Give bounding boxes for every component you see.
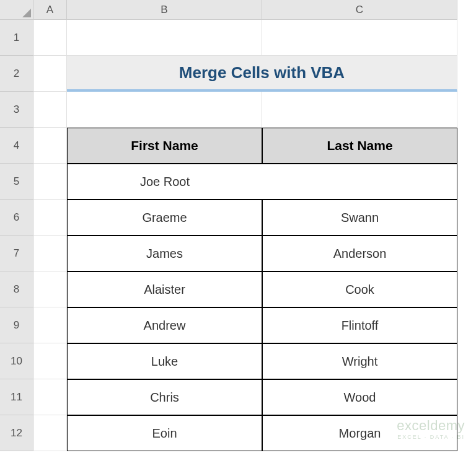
cell-b11[interactable]: Chris	[67, 379, 262, 415]
row-header-9[interactable]: 9	[0, 307, 33, 343]
cell-c1[interactable]	[262, 20, 457, 56]
cell-b3[interactable]	[67, 92, 262, 128]
col-header-b[interactable]: B	[67, 0, 262, 20]
row-header-6[interactable]: 6	[0, 200, 33, 236]
cell-c7[interactable]: Anderson	[262, 236, 457, 271]
cell-c9[interactable]: Flintoff	[262, 307, 457, 343]
cell-c11[interactable]: Wood	[262, 379, 457, 415]
cell-a12[interactable]	[33, 415, 67, 451]
cell-a3[interactable]	[33, 92, 67, 128]
row-header-3[interactable]: 3	[0, 92, 33, 128]
row-header-12[interactable]: 12	[0, 415, 33, 451]
cell-b9[interactable]: Andrew	[67, 307, 262, 343]
cell-c3[interactable]	[262, 92, 457, 128]
cell-b12[interactable]: Eoin	[67, 415, 262, 451]
cell-b10[interactable]: Luke	[67, 343, 262, 379]
cell-b6[interactable]: Graeme	[67, 200, 262, 236]
cell-b5-merged[interactable]: Joe Root	[67, 164, 457, 200]
col-header-a[interactable]: A	[33, 0, 67, 20]
cell-b1[interactable]	[67, 20, 262, 56]
cell-c10[interactable]: Wright	[262, 343, 457, 379]
row-header-11[interactable]: 11	[0, 379, 33, 415]
cell-a8[interactable]	[33, 271, 67, 307]
cell-b8[interactable]: Alaister	[67, 271, 262, 307]
cell-b7[interactable]: James	[67, 236, 262, 271]
row-header-2[interactable]: 2	[0, 56, 33, 92]
cell-a1[interactable]	[33, 20, 67, 56]
cell-c12[interactable]: Morgan	[262, 415, 457, 451]
cell-a4[interactable]	[33, 128, 67, 164]
cell-a5[interactable]	[33, 164, 67, 200]
cell-a11[interactable]	[33, 379, 67, 415]
cell-a6[interactable]	[33, 200, 67, 236]
row-header-10[interactable]: 10	[0, 343, 33, 379]
cell-c8[interactable]: Cook	[262, 271, 457, 307]
cell-a9[interactable]	[33, 307, 67, 343]
merged-value: Joe Root	[68, 164, 262, 199]
cell-a2[interactable]	[33, 56, 67, 92]
row-header-5[interactable]: 5	[0, 164, 33, 200]
title-cell[interactable]: Merge Cells with VBA	[67, 56, 457, 92]
select-all-corner[interactable]	[0, 0, 33, 20]
table-header-last-name[interactable]: Last Name	[262, 128, 457, 164]
row-header-7[interactable]: 7	[0, 236, 33, 271]
row-header-8[interactable]: 8	[0, 271, 33, 307]
spreadsheet-grid[interactable]: A B C 1 2 Merge Cells with VBA 3 4 First…	[0, 0, 476, 451]
cell-a7[interactable]	[33, 236, 67, 271]
table-header-first-name[interactable]: First Name	[67, 128, 262, 164]
cell-c6[interactable]: Swann	[262, 200, 457, 236]
row-header-1[interactable]: 1	[0, 20, 33, 56]
cell-a10[interactable]	[33, 343, 67, 379]
col-header-c[interactable]: C	[262, 0, 457, 20]
row-header-4[interactable]: 4	[0, 128, 33, 164]
